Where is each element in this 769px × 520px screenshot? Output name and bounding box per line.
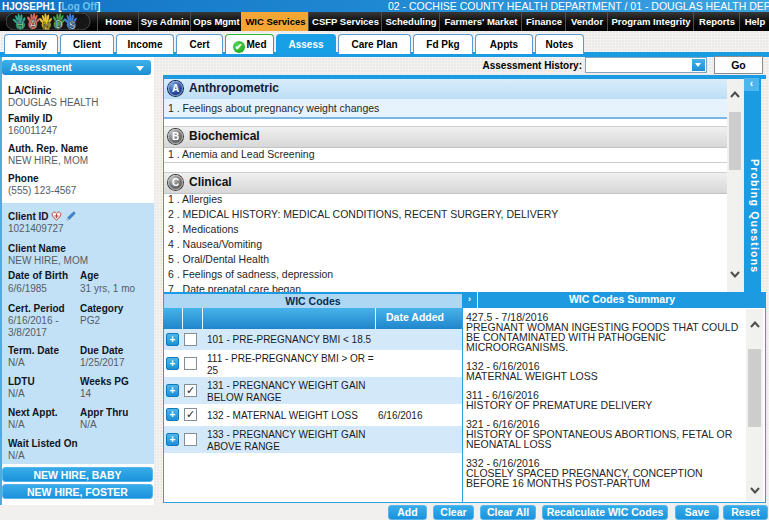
svg-text:N: N (42, 21, 49, 31)
svg-text:H: H (16, 20, 23, 30)
svg-text:S: S (69, 20, 76, 30)
svg-text:D: D (55, 19, 62, 30)
svg-text:A: A (29, 19, 36, 30)
